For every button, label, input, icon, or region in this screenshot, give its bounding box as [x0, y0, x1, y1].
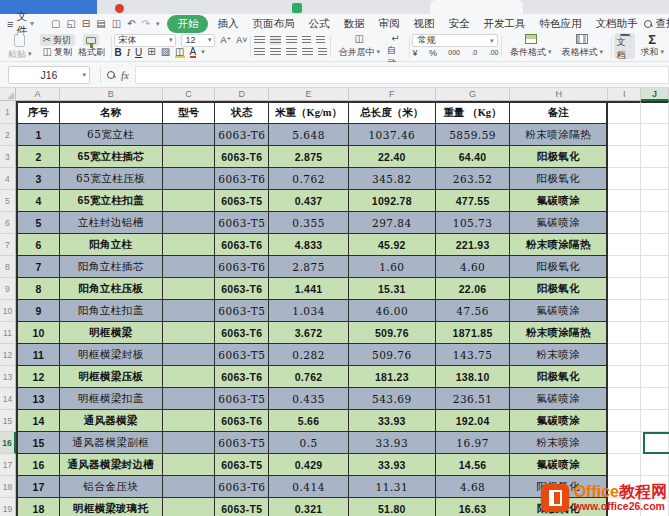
cell[interactable]	[163, 410, 216, 432]
cell[interactable]	[641, 454, 669, 476]
cell[interactable]	[641, 146, 669, 168]
cell[interactable]: 5.648	[269, 124, 349, 146]
print-preview-icon[interactable]: ◫	[112, 18, 121, 29]
cell[interactable]: 18	[16, 498, 60, 516]
tab-安全[interactable]: 安全	[441, 15, 476, 33]
cell[interactable]	[608, 190, 641, 212]
cell[interactable]: 6063-T6	[215, 124, 269, 146]
thousands-icon[interactable]: 000	[448, 49, 460, 56]
cell[interactable]	[608, 124, 641, 146]
cell[interactable]: 明框横梁玻璃托	[60, 498, 163, 516]
cell[interactable]: 192.04	[436, 410, 511, 432]
cell[interactable]	[608, 168, 641, 190]
cell[interactable]	[608, 410, 641, 432]
cell[interactable]: 6063-T6	[215, 146, 269, 168]
cell[interactable]: 总长度（米）	[349, 101, 436, 124]
cell[interactable]: 3	[16, 168, 60, 190]
cell[interactable]	[608, 256, 641, 278]
cell[interactable]: 22.06	[436, 278, 511, 300]
cell[interactable]: 阳角立柱	[60, 234, 163, 256]
cell[interactable]	[608, 432, 641, 454]
cell[interactable]	[163, 300, 216, 322]
cell[interactable]	[163, 498, 216, 516]
search-button[interactable]: 查找	[644, 17, 669, 31]
align-middle-icon[interactable]	[270, 36, 281, 45]
cell[interactable]: 0.429	[269, 454, 349, 476]
cell[interactable]: 1.441	[269, 278, 349, 300]
cell[interactable]	[163, 168, 216, 190]
row-header-5[interactable]: 5	[0, 190, 16, 212]
row-header-1[interactable]: 1	[0, 101, 16, 124]
cell[interactable]	[641, 344, 669, 366]
row-header-6[interactable]: 6	[0, 212, 16, 234]
cell[interactable]: 名称	[60, 101, 163, 124]
font-name-select[interactable]: 宋体 ▾	[114, 34, 176, 47]
file-menu-button[interactable]: ≡ 文件 ▾	[0, 14, 41, 33]
cell[interactable]: 氟碳喷涂	[510, 212, 608, 234]
cell[interactable]: 15	[16, 432, 60, 454]
cell[interactable]	[163, 476, 216, 498]
sum-button[interactable]: Σ 求和▾	[635, 33, 669, 59]
cell[interactable]: 17	[16, 476, 60, 498]
copy-button[interactable]: ◫ 复制	[40, 46, 75, 58]
cell[interactable]	[163, 278, 216, 300]
cell[interactable]: 6063-T6	[215, 366, 269, 388]
cell[interactable]: 221.93	[436, 234, 511, 256]
cell[interactable]: 6063-T5	[215, 190, 269, 212]
number-format-select[interactable]: 常规 ▾	[412, 34, 498, 47]
cell[interactable]: 通风器横梁封边槽	[60, 454, 163, 476]
fill-color-icon[interactable]: ◫	[175, 47, 184, 58]
cell[interactable]: 16	[16, 454, 60, 476]
cell[interactable]: 明框横梁扣盖	[60, 388, 163, 410]
cell[interactable]: 立柱封边铝槽	[60, 212, 163, 234]
cell[interactable]: 通风器横梁副框	[60, 432, 163, 454]
cell[interactable]: 4.68	[436, 476, 511, 498]
cell[interactable]	[608, 278, 641, 300]
table-style-button[interactable]: 表格样式▾	[556, 33, 608, 59]
cell[interactable]: 181.23	[349, 366, 436, 388]
cell[interactable]	[608, 146, 641, 168]
magnifier-icon[interactable]	[107, 71, 115, 79]
cell[interactable]: 0.762	[269, 168, 349, 190]
cell[interactable]: 阳极氧化	[510, 146, 608, 168]
cell[interactable]: 64.40	[436, 146, 511, 168]
underline-icon[interactable]: U	[135, 47, 142, 58]
row-header-2[interactable]: 2	[0, 124, 16, 146]
cell[interactable]	[641, 410, 669, 432]
increase-decimal-icon[interactable]: .0	[471, 49, 477, 56]
row-header-17[interactable]: 17	[0, 454, 16, 476]
distribute-icon[interactable]	[318, 48, 327, 57]
column-header-F[interactable]: F	[349, 88, 436, 101]
cell[interactable]: 粉末喷涂	[510, 432, 608, 454]
cell[interactable]	[163, 388, 216, 410]
cell[interactable]	[163, 432, 216, 454]
shading-icon[interactable]: ▨	[161, 47, 170, 57]
cell[interactable]: 5	[16, 212, 60, 234]
cell[interactable]: 16.97	[436, 432, 511, 454]
cell[interactable]: 6063-T6	[215, 476, 269, 498]
cell[interactable]: 509.76	[349, 344, 436, 366]
cell[interactable]: 297.84	[349, 212, 436, 234]
cell[interactable]: 粉末喷涂	[510, 344, 608, 366]
cell[interactable]: 状态	[215, 101, 269, 124]
percent-icon[interactable]: %	[429, 48, 437, 58]
cell[interactable]: 1092.78	[349, 190, 436, 212]
cell[interactable]	[641, 124, 669, 146]
cell[interactable]: 0.414	[269, 476, 349, 498]
cell[interactable]: 2	[16, 146, 60, 168]
cell[interactable]: 509.76	[349, 322, 436, 344]
row-header-13[interactable]: 13	[0, 366, 16, 388]
cell[interactable]: 氟碳喷涂	[510, 454, 608, 476]
window-tab-inactive[interactable]	[430, 0, 523, 14]
cell[interactable]: 6063-T5	[215, 212, 269, 234]
align-left-icon[interactable]	[254, 48, 265, 57]
cell[interactable]	[163, 212, 216, 234]
cell[interactable]: 138.10	[436, 366, 511, 388]
cell[interactable]: 543.69	[349, 388, 436, 410]
cell[interactable]: 33.93	[349, 432, 436, 454]
cell[interactable]	[641, 300, 669, 322]
cell[interactable]: 序号	[16, 101, 60, 124]
select-all-corner[interactable]	[0, 88, 16, 101]
formula-input[interactable]	[135, 66, 669, 84]
cell[interactable]	[641, 322, 669, 344]
